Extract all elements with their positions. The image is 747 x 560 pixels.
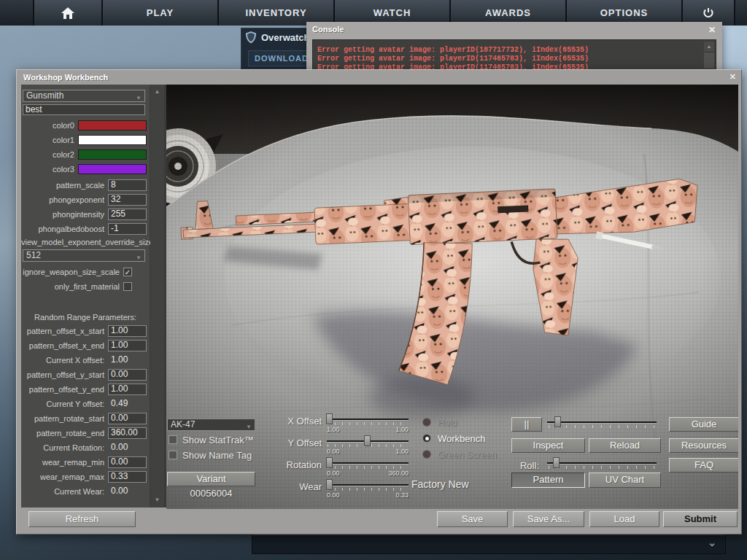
param-row: phongexponent 32 xyxy=(21,192,150,207)
color-swatch[interactable] xyxy=(78,135,147,145)
color-swatch[interactable] xyxy=(78,164,147,174)
view-mode-row[interactable]: Green Screen xyxy=(422,446,497,462)
random-range-value[interactable]: 1.00 xyxy=(108,384,147,395)
pattern-button[interactable]: Pattern xyxy=(511,472,585,488)
save-as-button[interactable]: Save As... xyxy=(513,511,584,527)
slider-min: 0.00 xyxy=(327,491,340,499)
uv-chart-button[interactable]: UV Chart xyxy=(589,472,661,488)
random-range-label: wear_remap_max xyxy=(21,472,104,481)
workbench-close-icon[interactable]: ✕ xyxy=(729,72,736,82)
param-input[interactable]: 255 xyxy=(108,209,147,220)
weapon-checkbox[interactable] xyxy=(169,435,177,444)
scrollbar-thumb[interactable] xyxy=(704,52,714,69)
view-mode-radio[interactable] xyxy=(422,450,431,459)
menu-item-play[interactable]: PLAY xyxy=(103,0,217,26)
view-mode-radio[interactable] xyxy=(422,418,431,427)
inspect-button[interactable]: Inspect xyxy=(511,438,585,453)
slider-handle[interactable] xyxy=(326,479,333,490)
random-range-value[interactable]: 0.00 xyxy=(108,442,147,454)
view-mode-row[interactable]: Hold xyxy=(422,414,497,430)
reload-button[interactable]: Reload xyxy=(589,438,661,453)
slider-handle[interactable] xyxy=(553,457,560,468)
size-override-dropdown[interactable]: 512 ▼ xyxy=(23,249,145,262)
faq-button[interactable]: FAQ xyxy=(669,458,738,472)
random-range-header: Random Range Parameters: xyxy=(21,313,150,322)
overwatch-download-button[interactable]: DOWNLOAD xyxy=(248,50,308,66)
param-label: pattern_scale xyxy=(21,181,104,190)
view-mode-row[interactable]: Workbench xyxy=(422,430,497,446)
random-range-value[interactable]: 360.00 xyxy=(108,427,147,439)
color-label: color3 xyxy=(21,165,74,174)
resources-button[interactable]: Resources xyxy=(669,438,738,453)
slider-handle[interactable] xyxy=(554,416,561,427)
color-swatch[interactable] xyxy=(78,149,147,160)
flag-label: only_first_material xyxy=(21,282,120,291)
chevron-down-icon[interactable]: ⌄ xyxy=(708,537,716,548)
weapon-checkbox-row: Show StatTrak™ xyxy=(169,434,254,446)
param-input[interactable]: 8 xyxy=(108,179,147,191)
guide-button[interactable]: Guide xyxy=(669,417,738,432)
view-mode-label: Workbench xyxy=(438,433,486,444)
console-close-icon[interactable]: ✕ xyxy=(708,25,716,35)
param-input[interactable]: -1 xyxy=(108,223,147,235)
size-override-label: view_model_exponent_override_size xyxy=(21,238,150,246)
random-range-row: pattern_offset_x_start 1.00 xyxy=(21,324,150,338)
refresh-button[interactable]: Refresh xyxy=(28,511,136,527)
random-range-row: wear_remap_max 0.33 xyxy=(21,470,150,484)
weapon-dropdown-value: AK-47 xyxy=(171,419,195,429)
random-range-value[interactable]: 0.00 xyxy=(108,369,147,381)
random-range-label: pattern_offset_y_end xyxy=(21,385,104,394)
flag-checkbox[interactable]: ✓ xyxy=(123,268,132,276)
random-range-value[interactable]: 0.49 xyxy=(108,398,147,410)
slider-track[interactable]: 0.00 0.33 xyxy=(327,480,409,502)
slider-handle[interactable] xyxy=(326,457,333,468)
slider-track[interactable]: 0.00 1.00 xyxy=(327,436,409,458)
view-mode-radio[interactable] xyxy=(422,434,431,443)
slider-min: 0.00 xyxy=(327,448,340,455)
slider-track[interactable]: 1.00 1.00 xyxy=(327,414,409,436)
load-button[interactable]: Load xyxy=(589,511,659,527)
slider-ticks xyxy=(328,488,408,491)
random-range-row: pattern_offset_x_end 1.00 xyxy=(21,338,150,353)
random-range-value[interactable]: 0.00 xyxy=(108,456,147,468)
flag-checkbox-list: ignore_weapon_size_scale ✓ only_first_ma… xyxy=(21,265,150,294)
animation-slider[interactable] xyxy=(547,416,664,430)
slider-handle[interactable] xyxy=(364,435,371,446)
param-input[interactable]: 32 xyxy=(108,194,147,206)
pause-button[interactable]: || xyxy=(511,417,542,432)
slider-track[interactable]: 0.00 360.00 xyxy=(327,458,409,480)
random-range-value[interactable]: 1.00 xyxy=(108,325,147,337)
random-range-value[interactable]: 1.00 xyxy=(108,340,147,351)
variant-button[interactable]: Variant xyxy=(167,472,255,486)
weapon-preview-viewport[interactable]: AK-47 ▼ Show StatTrak™ Show Name Tag xyxy=(166,85,738,509)
finish-style-dropdown[interactable]: Gunsmith ▼ xyxy=(23,90,145,102)
weapon-checkbox[interactable] xyxy=(169,451,177,459)
roll-slider[interactable] xyxy=(547,456,664,471)
slider-label: Wear xyxy=(276,481,322,492)
save-button[interactable]: Save xyxy=(437,511,508,527)
scroll-down-icon[interactable]: ▼ xyxy=(150,494,164,506)
submit-button[interactable]: Submit xyxy=(663,511,738,527)
view-mode-label: Hold xyxy=(438,417,457,428)
random-range-value[interactable]: 0.33 xyxy=(108,471,147,483)
color-swatch[interactable] xyxy=(78,120,147,131)
random-range-label: pattern_rotate_start xyxy=(21,414,104,423)
workbench-body: Gunsmith ▼ best color0 color1 xyxy=(21,85,737,508)
slider-handle[interactable] xyxy=(326,413,333,424)
flag-checkbox[interactable] xyxy=(123,282,132,291)
random-range-row: Current Rotation: 0.00 xyxy=(21,440,150,455)
random-range-row: pattern_rotate_end 360.00 xyxy=(21,426,150,440)
scroll-up-icon[interactable]: ▲ xyxy=(704,42,714,52)
weapon-dropdown[interactable]: AK-47 ▼ xyxy=(167,419,255,431)
sidebar-scrollbar[interactable]: ▲ ▼ xyxy=(150,85,164,508)
slider-label: Rotation xyxy=(276,459,322,470)
random-range-value[interactable]: 0.00 xyxy=(108,486,147,497)
random-range-row: Current Wear: 0.00 xyxy=(21,484,150,499)
roll-label: Roll: xyxy=(491,460,539,471)
random-range-value[interactable]: 0.00 xyxy=(108,413,147,424)
scroll-up-icon[interactable]: ▲ xyxy=(150,86,164,98)
menu-home-button[interactable] xyxy=(34,0,101,26)
home-icon xyxy=(61,7,74,19)
random-range-value[interactable]: 1.00 xyxy=(108,354,147,366)
pattern-name-input[interactable]: best xyxy=(23,104,145,115)
